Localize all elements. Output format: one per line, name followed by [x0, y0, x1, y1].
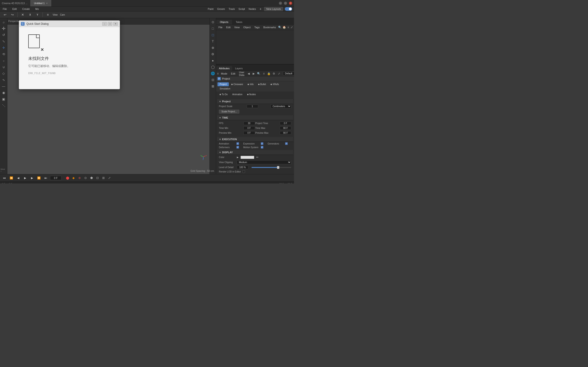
section-display[interactable]: ▼ DISPLAY	[217, 150, 293, 155]
rotate-tool-icon[interactable]: ↺	[1, 32, 7, 38]
app-tab-untitled[interactable]: Untitled 1 ✕	[30, 0, 52, 6]
close-button[interactable]: ✕	[289, 2, 292, 5]
new-layouts-button[interactable]: New Layouts	[264, 7, 283, 11]
project-time-value[interactable]: 0 F	[280, 122, 291, 125]
obj-menu-bookmarks[interactable]: Bookmarks	[262, 26, 277, 29]
tab-takes[interactable]: Takes	[232, 20, 246, 24]
color-swatch[interactable]	[241, 156, 254, 159]
obj-menu-tags[interactable]: Tags	[253, 26, 261, 29]
vp-icon-10[interactable]: ⊟	[210, 77, 216, 83]
subtab-project[interactable]: Project	[217, 82, 229, 86]
tab-objects[interactable]: Objects	[216, 20, 232, 24]
tab-close-icon[interactable]: ✕	[46, 2, 48, 5]
section-project[interactable]: ▼ Project	[217, 99, 293, 104]
view-clipping-select[interactable]: Medium	[237, 160, 291, 164]
attr-menu-edit[interactable]: Edit	[230, 72, 237, 75]
color-picker-icon[interactable]: ✏	[256, 156, 259, 159]
paint-tool-icon[interactable]: ◉	[1, 90, 7, 96]
menu-track[interactable]: Track	[228, 7, 236, 11]
subtab-animation[interactable]: Animation	[230, 92, 244, 96]
deformers-checkbox[interactable]: ✓	[236, 146, 239, 149]
tl-record-icon[interactable]: ⬤	[65, 176, 70, 180]
tl-play-button[interactable]: ▶	[23, 175, 27, 181]
obj-menu-file[interactable]: File	[217, 26, 224, 29]
motion-system-checkbox[interactable]: ✓	[261, 146, 263, 149]
vp-icon-6[interactable]: ⚙	[210, 51, 216, 57]
dialog-maximize-button[interactable]: □	[108, 22, 112, 26]
attr-menu-userdata[interactable]: User Data	[238, 71, 246, 76]
brush-tool-icon[interactable]: ⬦	[1, 58, 7, 64]
undo-icon[interactable]: ↩	[2, 11, 8, 18]
tl-expand-icon[interactable]: ⤢	[107, 176, 112, 180]
viewport[interactable]: Perspective ⊙ □ ◻ T ⊕ ⚙ ● ◯ 🌐 ⊟ ⊠	[7, 18, 216, 174]
subtab-todo[interactable]: To Do	[217, 92, 230, 96]
dialog-close-button[interactable]: ✕	[113, 22, 118, 26]
attr-scrollable-content[interactable]: ▼ Project Project Scale 1 Centimeters Sc…	[216, 97, 294, 174]
move-tool-icon[interactable]	[1, 25, 7, 31]
tl-go-start-button[interactable]: ⏮	[2, 175, 7, 181]
preview-min-value[interactable]: 0 F	[243, 131, 255, 135]
project-scale-unit-select[interactable]: Centimeters	[271, 104, 291, 108]
tl-snap-icon[interactable]: ⊙	[83, 176, 88, 180]
search-tool-icon[interactable]: ⌕	[1, 19, 7, 25]
camera-icon[interactable]: Cam	[59, 11, 66, 18]
magnet-icon[interactable]: ∪	[1, 64, 7, 70]
tl-prev-frame-button[interactable]: ⏪	[9, 175, 14, 181]
dialog-minimize-button[interactable]: –	[102, 22, 107, 26]
section-execution[interactable]: ▼ EXECUTION	[217, 137, 293, 142]
subtab-bullet[interactable]: Bullet	[256, 82, 268, 86]
time-max-value[interactable]: 90 F	[280, 126, 291, 130]
subtab-simulation[interactable]: Simulation	[217, 87, 233, 91]
view-menu-icon[interactable]: ≡	[44, 11, 51, 18]
attr-menu-icon[interactable]: ≡	[217, 72, 219, 76]
expression-checkbox[interactable]: ✓	[261, 142, 263, 145]
obj-menu-view[interactable]: View	[233, 26, 241, 29]
deform-tool-icon[interactable]: ⋱	[1, 102, 7, 108]
layouts-toggle[interactable]	[285, 7, 292, 11]
attr-nav-forward-icon[interactable]: ▶	[252, 72, 256, 76]
quick-start-dialog[interactable]: C Quick Start Dialog – □ ✕	[19, 20, 120, 89]
eraser-tool-icon[interactable]: ▣	[1, 96, 7, 102]
tl-next-button[interactable]: ▶	[29, 175, 35, 181]
attr-menu-mode[interactable]: Mode	[220, 72, 229, 75]
vp-icon-3[interactable]: ◻	[210, 32, 216, 38]
coord-y-icon[interactable]: Y	[34, 11, 41, 18]
generators-checkbox[interactable]: ✓	[285, 142, 288, 145]
menu-file[interactable]: File	[2, 7, 8, 11]
refresh-icon[interactable]: ⟲	[1, 51, 7, 57]
vp-icon-1[interactable]: ⊙	[210, 19, 216, 25]
vp-icon-11[interactable]: ⊠	[210, 83, 216, 89]
new-layouts-plus-icon[interactable]: +	[259, 7, 262, 11]
attr-expand-icon[interactable]: ⤢	[277, 72, 281, 76]
menu-script[interactable]: Script	[237, 7, 246, 11]
frame-display[interactable]: 0 F	[50, 176, 61, 180]
vp-icon-9[interactable]: 🌐	[210, 70, 216, 76]
vp-icon-2[interactable]: □	[210, 25, 216, 31]
obj-menu-object[interactable]: Object	[242, 26, 252, 29]
spline-tool-icon[interactable]: ∿	[1, 77, 7, 83]
section-time[interactable]: ▼ TIME	[217, 115, 293, 120]
tl-auto-key-icon[interactable]: ⊕	[77, 176, 82, 180]
lod-value[interactable]: 100 %	[237, 166, 248, 169]
subtab-nodes[interactable]: Nodes	[245, 92, 258, 96]
tl-prev-button[interactable]: ◀	[16, 175, 21, 181]
tl-add-key-icon[interactable]: ⬟	[89, 176, 94, 180]
obj-bookmark-icon[interactable]: 🏠	[283, 25, 286, 29]
menu-paint[interactable]: Paint	[207, 7, 215, 11]
vp-icon-5[interactable]: ⊕	[210, 45, 216, 51]
menu-create[interactable]: Create	[21, 7, 31, 11]
tab-layers[interactable]: Layers	[232, 66, 245, 71]
scale-project-button[interactable]: Scale Project...	[219, 110, 239, 114]
view-icon[interactable]: View	[52, 11, 58, 18]
scale-tool-icon[interactable]: ⤡	[1, 38, 7, 44]
menu-nodes[interactable]: Nodes	[248, 7, 257, 11]
redo-icon[interactable]: ↪	[9, 11, 16, 18]
poly-tool-icon[interactable]: ◇	[1, 70, 7, 76]
vp-icon-7[interactable]: ●	[210, 58, 216, 64]
attr-search-icon[interactable]: 🔍	[257, 72, 261, 76]
attr-lock-icon[interactable]: 🔒	[267, 72, 271, 76]
tl-mode-icon[interactable]: ⊞	[101, 176, 106, 180]
subtab-xrefs[interactable]: XRefs	[268, 82, 281, 86]
coord-x-icon[interactable]: X	[27, 11, 33, 18]
transform-tool-icon[interactable]: ✛	[1, 45, 7, 51]
